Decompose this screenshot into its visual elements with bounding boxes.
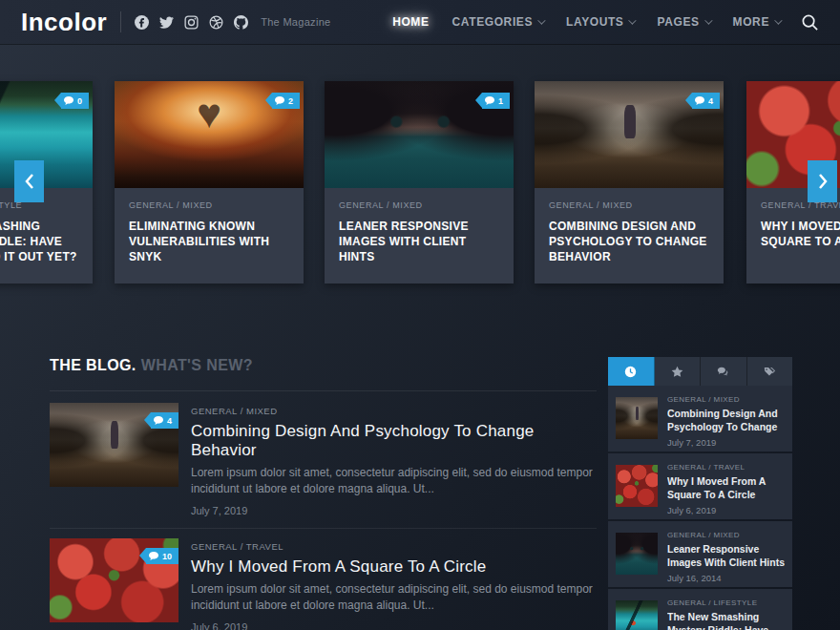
post-date: July 7, 2019 [191, 505, 597, 516]
tab-recent[interactable] [608, 357, 655, 386]
search-icon[interactable] [801, 13, 819, 32]
carousel-card[interactable]: 2 GENERAL / MIXED ELIMINATING KNOWN VULN… [115, 81, 304, 284]
comments-badge[interactable]: 4 [692, 93, 720, 109]
post-thumbnail[interactable]: 10 [50, 538, 178, 622]
post-date: July 6, 2019 [667, 505, 785, 515]
blog-post[interactable]: 10 GENERAL / TRAVEL Why I Moved From A S… [50, 538, 597, 630]
comment-icon [695, 96, 704, 105]
post-thumbnail [616, 397, 658, 439]
post-thumbnail [616, 465, 658, 507]
chevron-right-icon [817, 173, 829, 190]
post-title[interactable]: Combining Design And Psychology To Chang… [667, 408, 785, 433]
widget-post[interactable]: GENERAL / LIFESTYLE The New Smashing Mys… [608, 589, 792, 630]
star-icon [671, 366, 683, 378]
post-title[interactable]: The New Smashing Mystery Riddle: Have Yo… [667, 611, 785, 630]
blog-section-title: THE BLOG.WHAT'S NEW? [50, 357, 253, 374]
post-category[interactable]: GENERAL / MIXED [129, 200, 289, 210]
nav-home-label: HOME [392, 15, 429, 29]
blog-post[interactable]: 4 GENERAL / MIXED Combining Design And P… [50, 403, 597, 529]
post-excerpt: Lorem ipsum dolor sit amet, consectetur … [191, 581, 597, 614]
comments-badge[interactable]: 1 [482, 93, 510, 109]
posts-widget: GENERAL / MIXED Combining Design And Psy… [608, 357, 792, 630]
social-links [135, 15, 248, 30]
nav-categories[interactable]: CATEGORIES [452, 15, 543, 29]
carousel-card[interactable]: 1 GENERAL / MIXED LEANER RESPONSIVE IMAG… [325, 81, 514, 284]
nav-home[interactable]: HOME [392, 15, 429, 29]
clock-icon [624, 366, 637, 378]
post-date: July 7, 2019 [667, 437, 785, 448]
post-date: July 16, 2014 [667, 573, 785, 583]
blog-post-list: 4 GENERAL / MIXED Combining Design And P… [50, 403, 597, 630]
nav-pages-label: PAGES [657, 15, 699, 29]
comments-badge[interactable]: 10 [146, 548, 178, 564]
comment-icon [149, 552, 158, 560]
post-thumbnail [616, 533, 658, 575]
post-category: GENERAL / LIFESTYLE [667, 598, 785, 607]
comment-count: 10 [162, 552, 172, 561]
post-category[interactable]: GENERAL / TRAVEL [191, 541, 597, 552]
post-title[interactable]: WHY I MOVED FROM A SQUARE TO A CIRCLE [761, 219, 840, 249]
post-category[interactable]: GENERAL / MIXED [549, 200, 709, 210]
tab-comments[interactable] [701, 357, 747, 386]
nav-layouts[interactable]: LAYOUTS [566, 15, 634, 29]
post-category: GENERAL / MIXED [667, 531, 785, 539]
widget-post[interactable]: GENERAL / MIXED Leaner Responsive Images… [608, 521, 792, 587]
post-image[interactable]: 1 [325, 81, 514, 188]
post-title[interactable]: COMBINING DESIGN AND PSYCHOLOGY TO CHANG… [549, 219, 709, 264]
post-title[interactable]: ELIMINATING KNOWN VULNERABILITIES WITH S… [129, 219, 289, 264]
chevron-down-icon [704, 16, 712, 24]
comment-count: 4 [167, 416, 172, 426]
post-date: July 6, 2019 [191, 621, 597, 630]
twitter-icon[interactable] [159, 15, 174, 30]
comments-badge[interactable]: 4 [151, 412, 178, 429]
site-logo[interactable]: Incolor [21, 8, 107, 37]
nav-pages[interactable]: PAGES [657, 15, 709, 29]
comments-badge[interactable]: 0 [61, 93, 89, 109]
divider [50, 390, 597, 391]
post-category[interactable]: GENERAL / MIXED [339, 200, 499, 210]
post-title[interactable]: THE NEW SMASHING MYSTERY RIDDLE: HAVE YO… [0, 219, 78, 264]
carousel-prev-button[interactable] [14, 160, 44, 202]
comments-icon [717, 366, 729, 378]
github-icon[interactable] [234, 15, 248, 30]
post-thumbnail[interactable]: 4 [50, 403, 178, 487]
post-category[interactable]: GENERAL / MIXED [191, 406, 597, 416]
nav-more[interactable]: MORE [733, 15, 780, 29]
post-title[interactable]: Why I Moved From A Square To A Circle [191, 557, 597, 577]
post-title[interactable]: Leaner Responsive Images With Client Hin… [667, 543, 785, 569]
tab-popular[interactable] [655, 357, 702, 386]
comments-badge[interactable]: 2 [272, 93, 300, 109]
post-title[interactable]: LEANER RESPONSIVE IMAGES WITH CLIENT HIN… [339, 219, 499, 264]
nav-layouts-label: LAYOUTS [566, 15, 623, 29]
main-nav: HOME CATEGORIES LAYOUTS PAGES MORE [392, 15, 780, 29]
instagram-icon[interactable] [184, 15, 199, 30]
widget-post[interactable]: GENERAL / MIXED Combining Design And Psy… [608, 386, 792, 452]
post-title[interactable]: Combining Design And Psychology To Chang… [191, 422, 597, 460]
post-thumbnail [616, 600, 658, 630]
comment-count: 0 [77, 96, 82, 106]
widget-tabs [608, 357, 792, 386]
dribbble-icon[interactable] [209, 15, 223, 30]
carousel-next-button[interactable] [808, 160, 837, 202]
tab-tags[interactable] [747, 357, 793, 386]
comment-count: 1 [498, 96, 503, 106]
facebook-icon[interactable] [135, 15, 149, 30]
comment-icon [275, 96, 284, 105]
nav-categories-label: CATEGORIES [452, 15, 533, 29]
post-category: GENERAL / MIXED [667, 395, 785, 404]
chevron-down-icon [774, 16, 782, 24]
carousel-card[interactable]: 4 GENERAL / MIXED COMBINING DESIGN AND P… [535, 81, 724, 284]
post-image[interactable]: 4 [535, 81, 724, 188]
post-image[interactable]: 2 [115, 81, 304, 188]
comment-icon [64, 96, 74, 105]
widget-post[interactable]: GENERAL / TRAVEL Why I Moved From A Squa… [608, 453, 792, 519]
chevron-down-icon [629, 16, 637, 24]
comment-icon [154, 416, 163, 425]
divider [120, 11, 121, 32]
comment-count: 2 [288, 96, 293, 106]
post-title[interactable]: Why I Moved From A Square To A Circle [667, 475, 785, 501]
chevron-down-icon [537, 16, 545, 24]
site-tagline: The Magazine [261, 16, 330, 28]
comment-icon [485, 96, 494, 105]
blog-heading-muted: WHAT'S NEW? [141, 357, 253, 373]
